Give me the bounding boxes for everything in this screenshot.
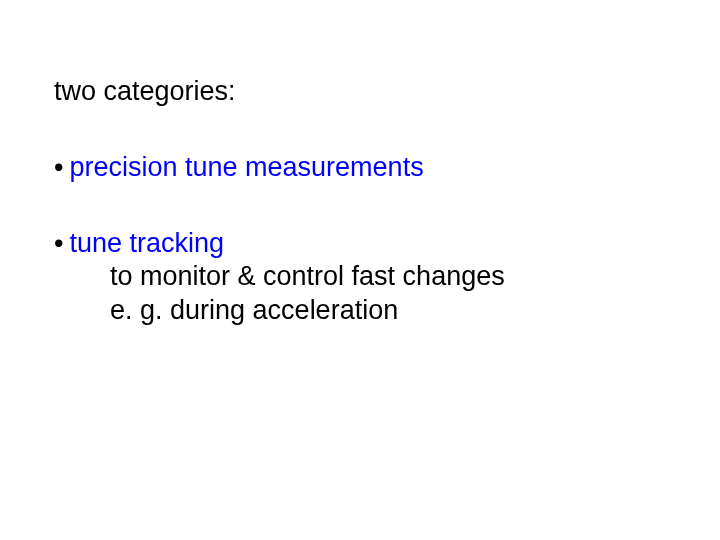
- heading: two categories:: [54, 75, 666, 109]
- bullet-mark-icon: •: [54, 227, 69, 261]
- bullet-text: precision tune measurements: [69, 151, 666, 185]
- bullet-text: tune tracking: [69, 227, 666, 261]
- bullet-highlight: precision tune measurements: [69, 152, 423, 182]
- bullet-item: • precision tune measurements: [54, 151, 666, 185]
- bullet-item: • tune tracking to monitor & control fas…: [54, 227, 666, 328]
- bullet-mark-icon: •: [54, 151, 69, 185]
- bullet-highlight: tune tracking: [69, 228, 224, 258]
- bullet-subtext: to monitor & control fast changes: [110, 260, 666, 294]
- bullet-subtext: e. g. during acceleration: [110, 294, 666, 328]
